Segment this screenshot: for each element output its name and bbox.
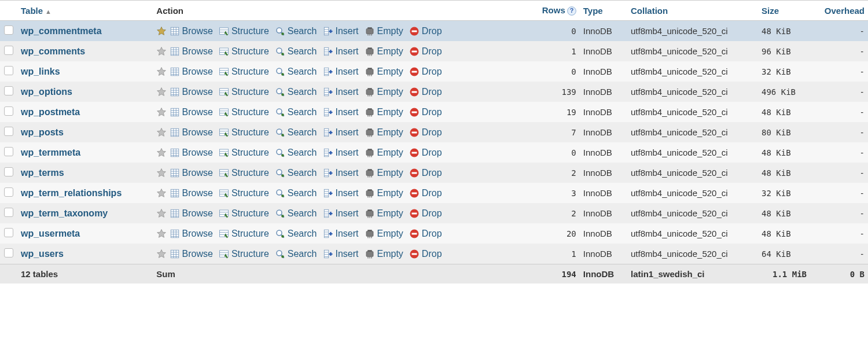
search-action[interactable]: Search (275, 127, 317, 138)
row-checkbox[interactable] (4, 167, 13, 176)
favorite-star-icon[interactable] (156, 26, 167, 36)
row-checkbox[interactable] (4, 66, 13, 75)
empty-action[interactable]: Empty (365, 67, 403, 77)
table-name-link[interactable]: wp_term_taxonomy (21, 208, 108, 219)
table-name-link[interactable]: wp_comments (21, 46, 85, 57)
drop-action[interactable]: Drop (409, 67, 442, 77)
empty-action[interactable]: Empty (365, 107, 403, 117)
structure-action[interactable]: Structure (219, 127, 269, 138)
search-action[interactable]: Search (275, 188, 317, 198)
drop-action[interactable]: Drop (409, 46, 442, 57)
header-rows[interactable]: Rows (528, 1, 579, 21)
favorite-star-icon[interactable] (156, 188, 167, 198)
browse-action[interactable]: Browse (170, 249, 213, 259)
browse-action[interactable]: Browse (170, 46, 213, 57)
row-checkbox[interactable] (4, 228, 13, 237)
row-checkbox[interactable] (4, 248, 13, 257)
drop-action[interactable]: Drop (409, 127, 442, 138)
browse-action[interactable]: Browse (170, 67, 213, 77)
drop-action[interactable]: Drop (409, 168, 442, 178)
help-icon[interactable] (567, 6, 576, 16)
insert-action[interactable]: Insert (323, 67, 359, 77)
empty-action[interactable]: Empty (365, 208, 403, 219)
drop-action[interactable]: Drop (409, 87, 442, 97)
row-checkbox[interactable] (4, 25, 13, 35)
table-name-link[interactable]: wp_users (21, 249, 64, 259)
empty-action[interactable]: Empty (365, 46, 403, 57)
empty-action[interactable]: Empty (365, 148, 403, 158)
drop-action[interactable]: Drop (409, 26, 442, 36)
row-checkbox[interactable] (4, 106, 13, 116)
structure-action[interactable]: Structure (219, 67, 269, 77)
browse-action[interactable]: Browse (170, 229, 213, 239)
favorite-star-icon[interactable] (156, 249, 167, 259)
browse-action[interactable]: Browse (170, 127, 213, 138)
insert-action[interactable]: Insert (323, 148, 359, 158)
row-checkbox[interactable] (4, 46, 13, 55)
favorite-star-icon[interactable] (156, 67, 167, 77)
browse-action[interactable]: Browse (170, 26, 213, 36)
table-name-link[interactable]: wp_commentmeta (21, 26, 102, 36)
structure-action[interactable]: Structure (219, 229, 269, 239)
header-table[interactable]: Table▲ (17, 1, 153, 21)
search-action[interactable]: Search (275, 168, 317, 178)
table-name-link[interactable]: wp_postmeta (21, 107, 80, 117)
insert-action[interactable]: Insert (323, 208, 359, 219)
insert-action[interactable]: Insert (323, 107, 359, 117)
browse-action[interactable]: Browse (170, 168, 213, 178)
drop-action[interactable]: Drop (409, 208, 442, 219)
insert-action[interactable]: Insert (323, 229, 359, 239)
search-action[interactable]: Search (275, 107, 317, 117)
row-checkbox[interactable] (4, 86, 13, 95)
insert-action[interactable]: Insert (323, 26, 359, 36)
header-overhead[interactable]: Overhead (810, 1, 868, 21)
empty-action[interactable]: Empty (365, 168, 403, 178)
search-action[interactable]: Search (275, 148, 317, 158)
favorite-star-icon[interactable] (156, 229, 167, 239)
empty-action[interactable]: Empty (365, 188, 403, 198)
search-action[interactable]: Search (275, 249, 317, 259)
search-action[interactable]: Search (275, 87, 317, 97)
table-name-link[interactable]: wp_links (21, 67, 60, 77)
drop-action[interactable]: Drop (409, 107, 442, 117)
favorite-star-icon[interactable] (156, 87, 167, 97)
search-action[interactable]: Search (275, 26, 317, 36)
browse-action[interactable]: Browse (170, 208, 213, 219)
table-name-link[interactable]: wp_options (21, 87, 72, 97)
favorite-star-icon[interactable] (156, 148, 167, 158)
structure-action[interactable]: Structure (219, 46, 269, 57)
header-type[interactable]: Type (580, 1, 627, 21)
empty-action[interactable]: Empty (365, 87, 403, 97)
row-checkbox[interactable] (4, 147, 13, 156)
table-name-link[interactable]: wp_terms (21, 168, 64, 178)
browse-action[interactable]: Browse (170, 148, 213, 158)
browse-action[interactable]: Browse (170, 87, 213, 97)
structure-action[interactable]: Structure (219, 168, 269, 178)
table-name-link[interactable]: wp_usermeta (21, 229, 80, 239)
favorite-star-icon[interactable] (156, 46, 167, 57)
insert-action[interactable]: Insert (323, 87, 359, 97)
structure-action[interactable]: Structure (219, 87, 269, 97)
row-checkbox[interactable] (4, 187, 13, 197)
empty-action[interactable]: Empty (365, 249, 403, 259)
table-name-link[interactable]: wp_termmeta (21, 148, 80, 158)
browse-action[interactable]: Browse (170, 188, 213, 198)
row-checkbox[interactable] (4, 127, 13, 136)
search-action[interactable]: Search (275, 67, 317, 77)
header-collation[interactable]: Collation (627, 1, 758, 21)
drop-action[interactable]: Drop (409, 229, 442, 239)
favorite-star-icon[interactable] (156, 127, 167, 138)
insert-action[interactable]: Insert (323, 46, 359, 57)
browse-action[interactable]: Browse (170, 107, 213, 117)
structure-action[interactable]: Structure (219, 107, 269, 117)
favorite-star-icon[interactable] (156, 208, 167, 219)
search-action[interactable]: Search (275, 229, 317, 239)
structure-action[interactable]: Structure (219, 148, 269, 158)
favorite-star-icon[interactable] (156, 168, 167, 178)
empty-action[interactable]: Empty (365, 229, 403, 239)
structure-action[interactable]: Structure (219, 26, 269, 36)
insert-action[interactable]: Insert (323, 188, 359, 198)
header-size[interactable]: Size (758, 1, 810, 21)
structure-action[interactable]: Structure (219, 208, 269, 219)
row-checkbox[interactable] (4, 208, 13, 217)
